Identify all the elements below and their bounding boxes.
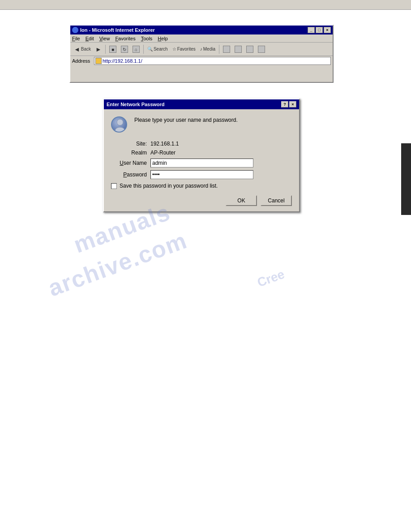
address-label: Address bbox=[72, 58, 92, 64]
menu-file[interactable]: File bbox=[72, 36, 80, 41]
user-icon bbox=[111, 116, 127, 133]
refresh-button[interactable]: ↻ bbox=[119, 45, 130, 54]
search-button[interactable]: 🔍 Search bbox=[146, 46, 170, 52]
dialog-title-buttons: ? × bbox=[281, 101, 296, 107]
save-password-checkbox[interactable] bbox=[111, 183, 117, 189]
dialog-top-row: Please type your user name and password. bbox=[111, 116, 292, 134]
address-url: http://192.168.1.1/ bbox=[103, 58, 142, 64]
realm-value: AP-Router bbox=[150, 150, 176, 156]
browser-toolbar: ◄ Back ► ■ ↻ ⌂ 🔍 Search ☆ Favorites ♪ Me… bbox=[70, 43, 333, 56]
enter-network-password-dialog: Enter Network Password ? × Please type y… bbox=[103, 99, 300, 212]
print-button[interactable] bbox=[244, 45, 255, 54]
toolbar-separator-3 bbox=[219, 45, 219, 54]
username-label: User Name bbox=[111, 160, 147, 166]
password-row: Password bbox=[111, 170, 292, 179]
dialog-title-bar: Enter Network Password ? × bbox=[104, 99, 299, 109]
address-input-wrapper[interactable]: http://192.168.1.1/ bbox=[94, 57, 331, 65]
browser-title-text: Ion - Microsoft Internet Explorer bbox=[80, 27, 155, 33]
menu-edit[interactable]: Edit bbox=[86, 36, 94, 41]
site-label: Site: bbox=[111, 141, 147, 147]
dialog-help-button[interactable]: ? bbox=[281, 101, 288, 107]
password-input[interactable] bbox=[150, 170, 253, 179]
menu-favorites[interactable]: Favorites bbox=[115, 36, 135, 41]
browser-title-left: Ion - Microsoft Internet Explorer bbox=[72, 27, 155, 33]
site-value: 192.168.1.1 bbox=[150, 141, 179, 147]
dialog-icon bbox=[111, 116, 129, 134]
svg-point-1 bbox=[115, 127, 125, 133]
save-password-label: Save this password in your password list… bbox=[120, 183, 218, 189]
stop-button[interactable]: ■ bbox=[107, 45, 118, 54]
realm-row: Realm AP-Router bbox=[111, 150, 292, 156]
username-input[interactable] bbox=[150, 159, 253, 167]
password-label: Password bbox=[111, 172, 147, 178]
maximize-button[interactable]: □ bbox=[316, 27, 323, 33]
save-password-row: Save this password in your password list… bbox=[111, 183, 292, 189]
address-bar: Address http://192.168.1.1/ bbox=[70, 56, 333, 66]
minimize-button[interactable]: _ bbox=[308, 27, 315, 33]
cancel-button[interactable]: Cancel bbox=[261, 195, 292, 206]
favorites-button[interactable]: ☆ Favorites bbox=[171, 46, 197, 52]
dialog-fields: Site: 192.168.1.1 Realm AP-Router User N… bbox=[111, 141, 292, 179]
browser-menu-bar: File Edit View Favorites Tools Help bbox=[70, 34, 333, 43]
media-button[interactable]: ♪ Media bbox=[198, 46, 217, 52]
top-bar bbox=[0, 0, 411, 10]
history-button[interactable] bbox=[221, 45, 232, 54]
menu-view[interactable]: View bbox=[99, 36, 110, 41]
realm-label: Realm bbox=[111, 150, 147, 156]
close-button[interactable]: × bbox=[324, 27, 331, 33]
watermark-line2: archive.com bbox=[45, 227, 191, 302]
right-tab bbox=[401, 143, 411, 215]
browser-title-buttons: _ □ × bbox=[308, 27, 331, 33]
cree-text: Cree bbox=[255, 267, 286, 290]
dialog-prompt-text: Please type your user name and password. bbox=[134, 116, 238, 124]
browser-window: Ion - Microsoft Internet Explorer _ □ × … bbox=[69, 25, 334, 83]
dialog-content: Please type your user name and password.… bbox=[104, 109, 299, 211]
home-button[interactable]: ⌂ bbox=[131, 45, 141, 54]
svg-point-0 bbox=[117, 119, 123, 125]
person-svg bbox=[112, 117, 127, 133]
menu-tools[interactable]: Tools bbox=[141, 36, 153, 41]
username-row: User Name bbox=[111, 159, 292, 167]
browser-title-bar: Ion - Microsoft Internet Explorer _ □ × bbox=[70, 26, 333, 34]
browser-icon bbox=[72, 27, 78, 33]
dialog-close-button[interactable]: × bbox=[289, 101, 296, 107]
address-page-icon bbox=[95, 58, 102, 64]
ok-button[interactable]: OK bbox=[226, 195, 257, 206]
toolbar-separator-1 bbox=[105, 45, 106, 54]
dialog-title-text: Enter Network Password bbox=[107, 102, 165, 107]
edit-button[interactable] bbox=[256, 45, 267, 54]
back-button[interactable]: ◄ Back bbox=[72, 45, 93, 54]
menu-help[interactable]: Help bbox=[158, 36, 168, 41]
site-row: Site: 192.168.1.1 bbox=[111, 141, 292, 147]
forward-button[interactable]: ► bbox=[94, 45, 103, 54]
mail-button[interactable] bbox=[233, 45, 244, 54]
dialog-buttons-row: OK Cancel bbox=[111, 195, 292, 206]
toolbar-separator-2 bbox=[143, 45, 144, 54]
